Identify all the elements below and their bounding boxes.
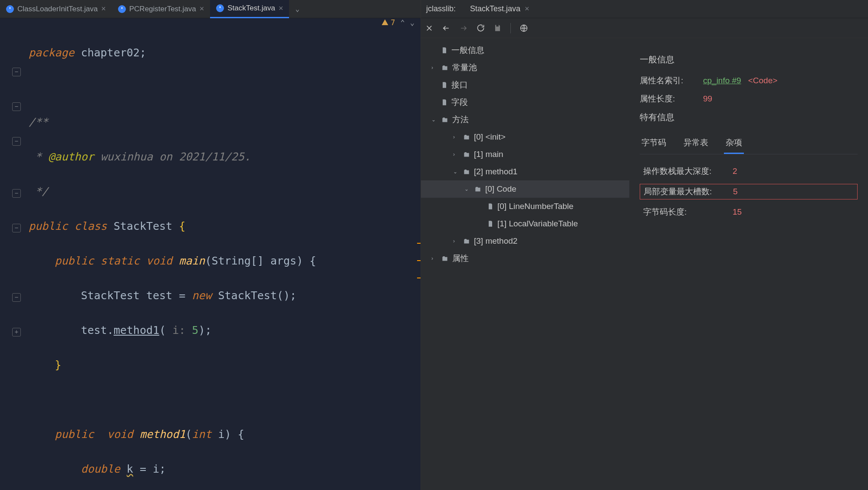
code-len-value: 15 (733, 207, 742, 217)
max-stack-label: 操作数栈最大深度: (643, 166, 726, 177)
java-icon (118, 5, 126, 13)
tab-pcregister[interactable]: PCRegisterTest.java × (112, 0, 210, 18)
forward-icon[interactable] (459, 24, 468, 33)
tab-label: StackTest.java (227, 4, 275, 13)
max-locals-value: 5 (733, 187, 738, 196)
cpinfo-link[interactable]: cp_info #9 (703, 76, 741, 85)
fold-icon[interactable]: + (12, 328, 21, 336)
tree-node-code[interactable]: ⌄[0] Code (421, 180, 629, 198)
close-icon[interactable] (425, 24, 433, 32)
max-locals-label: 局部变量最大槽数: (644, 186, 726, 197)
max-stack-value: 2 (733, 167, 737, 176)
fold-icon[interactable]: − (12, 102, 21, 111)
section-general: 一般信息 (640, 54, 858, 65)
gutter: − − − − − − + (0, 27, 24, 490)
fold-icon[interactable]: − (12, 68, 21, 76)
fold-icon[interactable]: − (12, 293, 21, 302)
tree-node-main[interactable]: ›[1] main (421, 146, 629, 163)
detail-tabs: 字节码 异常表 杂项 (640, 133, 858, 154)
warning-mark (417, 260, 421, 261)
tree-node-lvt[interactable]: [1] LocalVariableTable (421, 215, 629, 232)
editor-pane: ClassLoaderInitTest.java × PCRegisterTes… (0, 0, 421, 490)
tab-exceptions[interactable]: 异常表 (682, 133, 710, 154)
tree-node-constpool[interactable]: ›常量池 (421, 59, 629, 76)
close-icon[interactable]: × (101, 4, 106, 13)
tab-classloader[interactable]: ClassLoaderInitTest.java × (0, 0, 112, 18)
tree-node-init[interactable]: ›[0] <init> (421, 128, 629, 146)
attr-index-label: 属性名索引: (640, 75, 696, 86)
tree-node-lnt[interactable]: [0] LineNumberTable (421, 198, 629, 215)
editor-tabs: ClassLoaderInitTest.java × PCRegisterTes… (0, 0, 421, 18)
inspection-bar: 7 ⌃ ⌄ (0, 18, 421, 27)
save-icon[interactable] (493, 24, 502, 32)
tree-node-interfaces[interactable]: 接口 (421, 76, 629, 94)
refresh-icon[interactable] (477, 24, 485, 32)
class-tree: 一般信息 ›常量池 接口 字段 ⌄方法 ›[0] <init> ›[1] mai… (421, 38, 629, 490)
warning-mark (417, 243, 421, 244)
nav-down-icon[interactable]: ⌄ (410, 18, 414, 27)
fold-icon[interactable]: − (12, 137, 21, 146)
tree-node-methods[interactable]: ⌄方法 (421, 111, 629, 128)
details-panel: 一般信息 属性名索引: cp_info #9 <Code> 属性长度: 99 特… (629, 38, 868, 490)
tab-stacktest[interactable]: StackTest.java × (210, 0, 289, 18)
tree-node-attrs[interactable]: ›属性 (421, 250, 629, 267)
jclasslib-header: jclasslib: StackTest.java × (421, 0, 868, 18)
code-area[interactable]: − − − − − − + package chapter02; /** * @… (0, 27, 421, 490)
jclasslib-pane: jclasslib: StackTest.java × 一般信息 ›常量池 接口… (421, 0, 868, 490)
section-specific: 特有信息 (640, 111, 858, 123)
close-icon[interactable]: × (200, 4, 204, 13)
tab-bytecode[interactable]: 字节码 (640, 133, 668, 154)
chevron-down-icon[interactable]: ⌄ (292, 5, 303, 13)
tree-node-general[interactable]: 一般信息 (421, 42, 629, 59)
tab-misc[interactable]: 杂项 (724, 133, 744, 154)
fold-icon[interactable]: − (12, 224, 21, 232)
panel-file: StackTest.java (470, 4, 520, 13)
attr-tag: <Code> (748, 76, 778, 85)
warning-badge[interactable]: 7 (381, 18, 395, 27)
code-len-label: 字节码长度: (643, 206, 726, 218)
java-icon (6, 5, 14, 13)
close-icon[interactable]: × (279, 4, 283, 13)
tree-node-fields[interactable]: 字段 (421, 94, 629, 111)
tree-node-method2[interactable]: ›[3] method2 (421, 232, 629, 250)
panel-name: jclasslib: (426, 4, 456, 13)
tree-node-method1[interactable]: ⌄[2] method1 (421, 163, 629, 180)
tab-label: ClassLoaderInitTest.java (17, 5, 98, 13)
warning-mark (417, 278, 421, 278)
code-content: package chapter02; /** * @author wuxinhu… (24, 27, 421, 490)
back-icon[interactable] (442, 24, 450, 33)
fold-icon[interactable]: − (12, 189, 21, 198)
attr-len-label: 属性长度: (640, 93, 696, 105)
close-icon[interactable]: × (525, 4, 529, 13)
nav-up-icon[interactable]: ⌃ (401, 18, 405, 27)
globe-icon[interactable] (519, 24, 528, 33)
tab-label: PCRegisterTest.java (129, 5, 196, 13)
java-icon (216, 4, 224, 12)
attr-len-value: 99 (703, 94, 712, 104)
toolbar (421, 18, 868, 38)
highlighted-row: 局部变量最大槽数: 5 (640, 184, 858, 199)
